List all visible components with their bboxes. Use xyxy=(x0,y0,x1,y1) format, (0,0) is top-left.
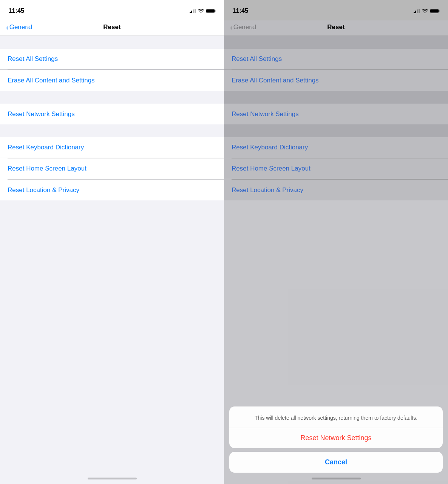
list-item-text: Reset Network Settings xyxy=(232,110,299,118)
status-icons-left xyxy=(190,9,216,13)
list-item-text: Reset Keyboard Dictionary xyxy=(8,144,84,151)
battery-icon-left xyxy=(206,9,216,13)
status-bar-left: 11:45 xyxy=(0,0,224,20)
list-item-text: Reset Home Screen Layout xyxy=(8,165,87,172)
list-item-text: Reset Home Screen Layout xyxy=(232,165,311,172)
list-item-text: Erase All Content and Settings xyxy=(8,77,95,84)
list-item-text: Reset All Settings xyxy=(8,55,58,63)
status-time-left: 11:45 xyxy=(8,7,24,15)
svg-rect-1 xyxy=(215,10,216,12)
list-item-reset-keyboard-right[interactable]: Reset Keyboard Dictionary xyxy=(224,137,448,158)
list-item-text: Reset Location & Privacy xyxy=(8,186,79,194)
section-gap-2-left xyxy=(0,91,224,104)
section-gap-3-right xyxy=(224,124,448,137)
home-indicator-left xyxy=(88,478,137,479)
alert-card: This will delete all network settings, r… xyxy=(229,406,443,448)
list-item-reset-network-right[interactable]: Reset Network Settings xyxy=(224,104,448,124)
status-bar-right: 11:45 xyxy=(224,0,448,20)
list-item-reset-location-right[interactable]: Reset Location & Privacy xyxy=(224,180,448,200)
list-item-reset-home-screen-left[interactable]: Reset Home Screen Layout xyxy=(0,158,224,179)
list-item-erase-all-left[interactable]: Erase All Content and Settings xyxy=(0,70,224,91)
list-item-reset-keyboard-left[interactable]: Reset Keyboard Dictionary xyxy=(0,137,224,158)
section-gap-2-right xyxy=(224,91,448,104)
battery-icon-right xyxy=(430,9,440,13)
alert-action-button[interactable]: Reset Network Settings xyxy=(229,428,443,448)
list-item-erase-all-right[interactable]: Erase All Content and Settings xyxy=(224,70,448,91)
status-icons-right xyxy=(414,9,440,13)
nav-bar-left: ‹ General Reset xyxy=(0,20,224,36)
left-panel: 11:45 ‹ General Reset Res xyxy=(0,0,224,484)
alert-sheet: This will delete all network settings, r… xyxy=(229,406,443,473)
wifi-icon-right xyxy=(422,9,428,13)
list-item-text: Reset Keyboard Dictionary xyxy=(232,144,308,151)
nav-bar-right: ‹ General Reset xyxy=(224,20,448,36)
wifi-icon-left xyxy=(198,9,204,13)
svg-rect-5 xyxy=(431,9,438,13)
svg-rect-2 xyxy=(207,9,214,13)
list-item-text: Reset Network Settings xyxy=(8,110,75,118)
list-item-reset-home-screen-right[interactable]: Reset Home Screen Layout xyxy=(224,158,448,179)
right-panel: 11:45 ‹ General Reset Res xyxy=(224,0,448,484)
section-2-left: Reset Network Settings xyxy=(0,104,224,124)
alert-message: This will delete all network settings, r… xyxy=(229,406,443,428)
status-time-right: 11:45 xyxy=(232,7,248,15)
alert-cancel-button[interactable]: Cancel xyxy=(229,452,443,473)
section-gap-1-right xyxy=(224,36,448,49)
home-indicator-right xyxy=(312,478,361,479)
svg-rect-4 xyxy=(439,10,440,12)
section-3-right: Reset Keyboard Dictionary Reset Home Scr… xyxy=(224,137,448,200)
back-label-left: General xyxy=(9,23,32,31)
list-item-reset-all-settings-left[interactable]: Reset All Settings xyxy=(0,49,224,70)
nav-title-right: Reset xyxy=(327,23,344,31)
list-item-text: Erase All Content and Settings xyxy=(232,77,319,84)
list-item-reset-network-left[interactable]: Reset Network Settings xyxy=(0,104,224,124)
nav-title-left: Reset xyxy=(103,23,120,31)
section-1-left: Reset All Settings Erase All Content and… xyxy=(0,49,224,91)
back-chevron-left: ‹ xyxy=(6,23,9,31)
back-button-left[interactable]: ‹ General xyxy=(6,23,32,31)
back-label-right: General xyxy=(233,23,256,31)
list-item-reset-location-left[interactable]: Reset Location & Privacy xyxy=(0,180,224,200)
list-item-reset-all-settings-right[interactable]: Reset All Settings xyxy=(224,49,448,70)
signal-icon-right xyxy=(414,9,420,13)
section-2-right: Reset Network Settings xyxy=(224,104,448,124)
section-3-left: Reset Keyboard Dictionary Reset Home Scr… xyxy=(0,137,224,200)
back-button-right[interactable]: ‹ General xyxy=(230,23,256,31)
back-chevron-right: ‹ xyxy=(230,23,233,31)
section-gap-1-left xyxy=(0,36,224,49)
list-item-text: Reset All Settings xyxy=(232,55,282,63)
list-item-text: Reset Location & Privacy xyxy=(232,186,303,194)
section-1-right: Reset All Settings Erase All Content and… xyxy=(224,49,448,91)
section-gap-3-left xyxy=(0,124,224,137)
signal-icon-left xyxy=(190,9,196,13)
